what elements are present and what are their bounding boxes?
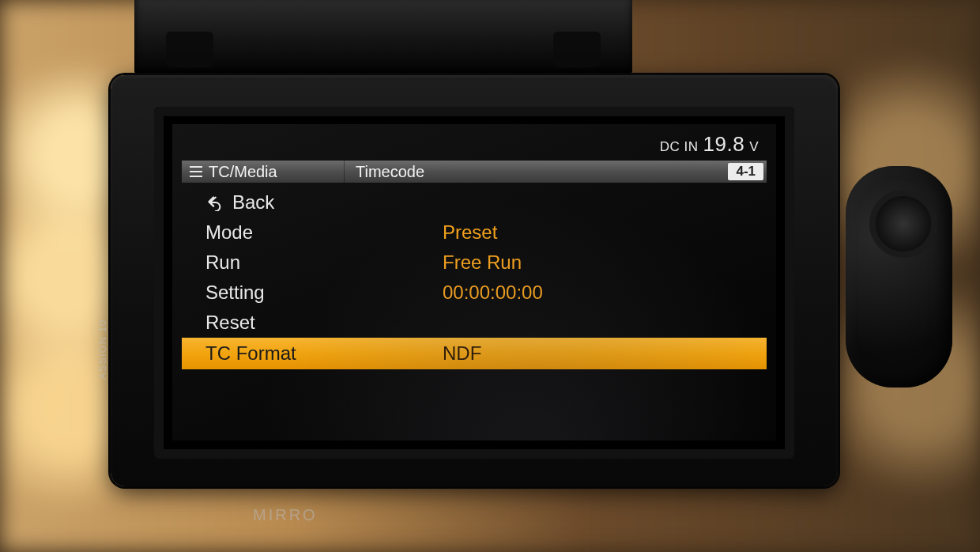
menu-value-run: Free Run	[443, 251, 522, 274]
menu-value-tc-format: NDF	[443, 342, 481, 365]
breadcrumb-page: Timecode	[344, 161, 728, 183]
menu-label-mode: Mode	[205, 221, 443, 244]
menu-item-reset[interactable]: Reset	[182, 308, 767, 338]
breadcrumb-bar: TC/Media Timecode 4-1	[182, 161, 767, 183]
mirror-label: MIRRO	[253, 506, 318, 524]
dc-in-unit: V	[749, 139, 759, 155]
dc-in-label: DC IN	[660, 139, 699, 155]
menu-label-reset: Reset	[205, 312, 443, 334]
monitor-hinge	[134, 0, 632, 75]
menu-label-setting: Setting	[205, 282, 443, 304]
menu-value-setting: 00:00:00:00	[443, 282, 543, 304]
menu-back-label: Back	[232, 191, 274, 214]
camera-monitor-body: DC IN 19.8 V TC/Media Timecode 4-1 Back	[111, 75, 838, 486]
menu-label-tc-format: TC Format	[205, 342, 443, 365]
dc-in-readout: DC IN 19.8 V	[660, 132, 759, 157]
menu-item-tc-format[interactable]: TC Format NDF	[182, 338, 767, 369]
menu-item-run[interactable]: Run Free Run	[182, 248, 767, 278]
menu-value-mode: Preset	[443, 221, 497, 244]
menu-item-back[interactable]: Back	[182, 187, 767, 217]
breadcrumb-section-label: TC/Media	[209, 163, 277, 181]
breadcrumb-section: TC/Media	[182, 161, 344, 183]
breadcrumb-page-label: Timecode	[356, 163, 424, 181]
menu-item-mode[interactable]: Mode Preset	[182, 217, 767, 248]
dc-in-value: 19.8	[703, 132, 745, 157]
back-arrow-icon	[205, 194, 223, 211]
menu-item-setting[interactable]: Setting 00:00:00:00	[182, 278, 767, 308]
lcd-screen: DC IN 19.8 V TC/Media Timecode 4-1 Back	[172, 124, 776, 440]
assign-button-label: ASSIGN 10	[96, 319, 108, 380]
menu-icon	[190, 166, 202, 177]
timecode-menu: Back Mode Preset Run Free Run Setting 00…	[182, 187, 767, 369]
camera-grip	[846, 166, 952, 388]
menu-label-run: Run	[205, 251, 443, 274]
page-index-badge: 4-1	[728, 163, 763, 180]
